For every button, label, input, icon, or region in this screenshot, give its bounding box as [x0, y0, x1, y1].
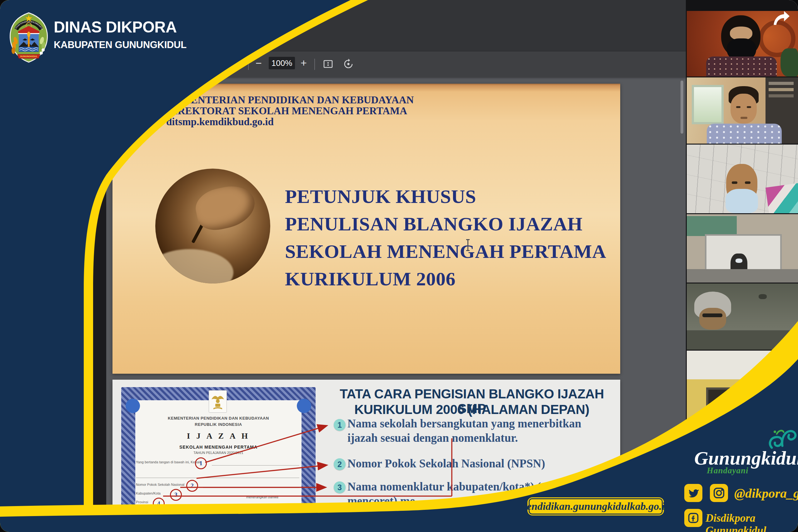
page-count-label: / 55 — [229, 59, 242, 69]
website-badge-border: pendidikan.gunungkidulkab.go.id — [529, 498, 663, 514]
doc-field-1-marker: 1 — [195, 457, 207, 469]
cover-title-line2: PENULISAN BLANGKO IJAZAH — [285, 213, 582, 235]
share-forward-icon[interactable] — [771, 10, 791, 27]
participant-2-eye — [736, 106, 741, 108]
participant-4-mask — [736, 259, 742, 263]
agency-name: DINAS DIKPORA — [54, 18, 177, 36]
cover-title-line4: KURIKULUM 2006 — [285, 268, 456, 290]
participant-2-mouth — [741, 117, 747, 119]
text-cursor — [468, 239, 468, 251]
tata-item-1-number: 1 — [334, 419, 346, 431]
doc-field-2-marker: 2 — [186, 480, 198, 492]
page-number-input[interactable]: 12 — [211, 57, 225, 69]
tata-item-3-number: 3 — [334, 481, 346, 493]
classroom-greenboard — [687, 216, 737, 236]
participant-video-2[interactable] — [687, 77, 798, 144]
participant-1-batik-shirt — [706, 57, 777, 76]
doc-corner-circle-right — [297, 399, 311, 413]
participant-video-5[interactable] — [687, 284, 798, 350]
rotate-page-icon[interactable] — [343, 59, 354, 71]
doc-field-4-number: 4 — [157, 500, 160, 507]
doc-field-1-label: Yang bertanda tangan di bawah ini, Kepal… — [136, 460, 201, 464]
tata-item-3-line1: Nama nomenklatur kabupaten/kota*) ( — [347, 479, 541, 494]
zoom-level-input[interactable]: 100% — [269, 57, 295, 69]
website-badge: pendidikan.gunungkidulkab.go.id — [527, 497, 664, 515]
doc-field-4-label: Provinsi — [136, 500, 148, 504]
item-2-num-text: 2 — [338, 460, 342, 469]
doc-subtitle: SEKOLAH MENENGAH PERTAMA — [142, 444, 295, 450]
zoom-level-value: 100% — [272, 58, 292, 68]
participant-1-plant — [780, 49, 798, 76]
doc-corner-circle-left — [126, 399, 140, 413]
participant-5-face — [699, 308, 726, 330]
app-background — [106, 0, 686, 52]
pdf-viewer: 12 / 55 − 100% + — [106, 0, 686, 532]
meeting-window: 12 / 55 − 100% + — [0, 0, 798, 532]
doc-field-3-label: Kabupaten/Kota — [136, 491, 161, 495]
colorful-fabric — [765, 183, 798, 213]
instagram-icon — [710, 484, 728, 502]
ceiling-fixture — [759, 294, 767, 299]
website-url: pendidikan.gunungkidulkab.go.id — [522, 500, 670, 512]
tata-item-1-line1: Nama sekolah bersangkutan yang menerbitk… — [347, 417, 581, 431]
participant-5-foreground — [687, 330, 798, 350]
facebook-icon — [684, 509, 702, 527]
page-total: 55 — [233, 59, 242, 69]
doc-field-5-number: 5 — [195, 510, 198, 516]
doc-year: TAHUN PELAJARAN 2020/2021 — [142, 451, 295, 455]
doc-field-2-label: Nomor Pokok Sekolah Nasional — [136, 483, 184, 487]
pdf-scrollbar[interactable] — [681, 80, 683, 134]
twitter-icon — [684, 484, 702, 502]
book-row — [769, 88, 794, 91]
kemendikbud-logo-icon: TUT WURI HANDAYANI — [120, 89, 159, 129]
item-1-num-text: 1 — [338, 420, 342, 430]
tata-item-3-line2: mencoret) me — [347, 494, 415, 508]
zoom-in-button[interactable]: + — [301, 57, 307, 68]
cover-title-line1: PETUNJUK KHUSUS — [285, 186, 476, 207]
cover-org-line1: KEMENTERIAN PENDIDIKAN DAN KEBUDAYAAN — [166, 95, 414, 106]
doc-field-1-line — [212, 465, 299, 466]
participant-video-4[interactable] — [687, 214, 798, 283]
cover-title-line3: SEKOLAH MENENGAH PERTAMA — [285, 241, 606, 262]
doc-field-2-number: 2 — [191, 482, 194, 489]
doc-field-3-number: 3 — [174, 491, 178, 498]
participant-3-mask — [726, 189, 758, 213]
brand-tagline: Handayani — [707, 466, 749, 475]
agency-region: KABUPATEN GUNUNGKIDUL — [54, 39, 186, 51]
doc-header-line2: REPUBLIK INDONESIA — [142, 422, 295, 427]
book-row — [769, 82, 794, 85]
fit-page-icon[interactable] — [323, 60, 333, 70]
hand-writing-photo — [155, 169, 270, 284]
pdf-toolbar: 12 / 55 − 100% + — [106, 52, 686, 77]
zoom-out-button[interactable]: − — [256, 58, 262, 69]
doc-mid-note: menerangkan bahwa — [246, 495, 278, 499]
page-divider: / — [229, 59, 231, 69]
participant-video-3[interactable] — [687, 145, 798, 213]
ijazah-document-image: KEMENTERIAN PENDIDIKAN DAN KEBUDAYAAN RE… — [121, 387, 315, 528]
facebook-name: Disdikpora Gunungkidul — [706, 512, 798, 532]
tata-item-1-line2: ijazah sesuai dengan nomenklatur. — [347, 431, 518, 445]
book-row — [769, 94, 794, 97]
photo-hand-shape — [193, 182, 259, 234]
classroom-desk — [687, 269, 798, 283]
participant-3-eye — [745, 182, 750, 184]
tata-heading-line2: KURIKULUM 2006 (HALAMAN DEPAN) — [331, 402, 612, 417]
tata-item-2-number: 2 — [334, 458, 346, 470]
toolbar-divider — [248, 59, 249, 70]
toolbar-divider-2 — [314, 59, 315, 70]
doc-field-4-marker: 4 — [153, 498, 165, 510]
doc-field-5-marker: 5 — [191, 507, 202, 519]
doc-field-2-line — [203, 488, 299, 488]
pdf-page-cover: TUT WURI HANDAYANI KEMENTERIAN PENDIDIKA… — [112, 84, 620, 374]
crest-banner-text: GUNUNGKIDUL — [20, 55, 38, 58]
gunungkidul-crest-icon: DHAKSINARGA BHUMIKARTA GUNUNGKIDUL — [8, 12, 49, 64]
doc-field-1-number: 1 — [199, 460, 202, 467]
participant-5-glasses — [702, 314, 722, 317]
cover-org-url: ditsmp.kemdikbud.go.id — [166, 116, 274, 127]
social-handle: @dikpora_gk — [734, 486, 798, 501]
doc-field-3-marker: 3 — [170, 489, 182, 501]
room-window — [692, 85, 724, 124]
doc-title: I J A Z A H — [142, 432, 295, 441]
garuda-emblem-icon — [209, 390, 227, 413]
doc-field-line-full — [136, 478, 299, 478]
